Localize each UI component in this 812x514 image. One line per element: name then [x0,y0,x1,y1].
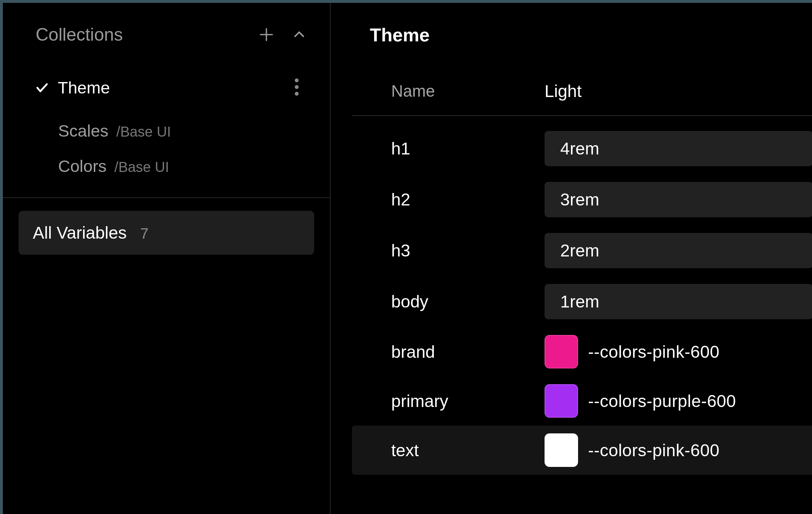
svg-point-3 [295,85,299,89]
sidebar-header: Collections [3,3,330,59]
variables-table-header: Name Light [352,60,812,116]
variable-name[interactable]: h2 [391,190,545,209]
variable-row[interactable]: h23rem [352,174,812,225]
variable-color-value[interactable]: --colors-purple-600 [545,384,812,418]
collection-item-scales[interactable]: Scales /Base UI [21,121,312,141]
variable-name[interactable]: h1 [391,139,545,158]
variable-row[interactable]: brand--colors-pink-600 [352,327,812,376]
collections-heading: Collections [36,24,257,45]
collection-item-label: Theme [58,78,110,97]
variable-name[interactable]: text [391,441,545,460]
sidebar: Collections Theme [3,3,331,514]
variable-color-value[interactable]: --colors-pink-600 [545,335,812,368]
collection-source-tag: /Base UI [116,124,171,140]
add-collection-button[interactable] [257,25,276,44]
color-reference: --colors-pink-600 [588,342,720,362]
variables-panel: Collections Theme [3,3,812,514]
check-icon [35,81,58,95]
sidebar-header-actions [257,25,308,44]
all-variables-label: All Variables [33,223,127,243]
collection-list: Theme Scales /Base UI Colors /Base UI [3,59,330,176]
variable-value-chip[interactable]: 4rem [545,131,812,166]
plus-icon [259,27,274,42]
collection-item-label: Colors [58,156,107,176]
page-title: Theme [370,24,791,46]
collection-item-theme[interactable]: Theme [21,70,312,105]
column-header-name: Name [391,81,545,101]
chevron-up-icon [292,27,306,42]
variable-row[interactable]: h32rem [352,225,812,276]
color-swatch[interactable] [545,433,578,467]
svg-point-2 [295,78,299,82]
sidebar-collections-section: Collections Theme [3,3,330,198]
svg-point-4 [295,92,299,96]
variable-color-value[interactable]: --colors-pink-600 [545,433,812,467]
color-reference: --colors-purple-600 [588,391,736,411]
color-reference: --colors-pink-600 [588,441,720,460]
variable-name[interactable]: primary [391,391,545,411]
collection-source-tag: /Base UI [114,159,169,175]
variable-value-chip[interactable]: 1rem [545,284,812,319]
variable-name[interactable]: h3 [391,241,545,260]
variable-row[interactable]: primary--colors-purple-600 [352,376,812,426]
main-header: Theme [331,3,812,60]
variable-name[interactable]: body [391,292,545,311]
variable-row[interactable]: h14rem [352,123,812,174]
collection-item-colors[interactable]: Colors /Base UI [21,156,312,176]
collapse-collections-button[interactable] [290,25,308,44]
variable-value-chip[interactable]: 3rem [545,182,812,217]
main: Theme Name Light h14remh23remh32rembody1… [331,3,812,514]
column-header-mode[interactable]: Light [545,81,582,101]
color-swatch[interactable] [545,335,578,368]
variable-name[interactable]: brand [391,342,545,362]
variable-row[interactable]: text--colors-pink-600 [352,426,812,475]
variable-row[interactable]: body1rem [352,276,812,327]
variables-table-body: h14remh23remh32rembody1rembrand--colors-… [352,116,812,514]
collection-item-label: Scales [58,121,108,141]
all-variables-count: 7 [140,225,148,242]
variable-value-chip[interactable]: 2rem [545,233,812,268]
all-variables-button[interactable]: All Variables 7 [19,211,314,255]
more-vertical-icon [294,78,299,96]
sidebar-groups-section: All Variables 7 [3,198,330,268]
color-swatch[interactable] [545,384,578,418]
collection-more-button[interactable] [294,78,305,97]
